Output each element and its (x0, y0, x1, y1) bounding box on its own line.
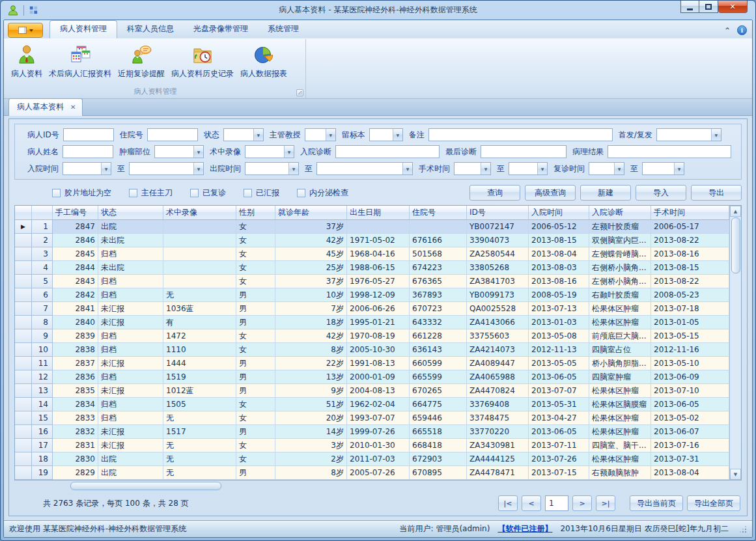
column-header-9[interactable]: 入院时间 (529, 206, 589, 219)
endocrine-exam-checkbox[interactable]: 内分泌检查 (297, 187, 348, 199)
row-selector-cell[interactable] (15, 384, 32, 398)
row-selector-cell[interactable] (15, 411, 32, 425)
doc-tab-patient-basic[interactable]: 病人基本资料 ✕ (8, 98, 83, 116)
table-row[interactable]: 162832未汇报1517男14岁1999-07-266655183377022… (15, 425, 729, 439)
column-header-11[interactable]: 手术时间 (651, 206, 729, 219)
chevron-down-icon[interactable]: ▼ (711, 129, 721, 141)
app-icon[interactable] (7, 5, 19, 16)
scroll-down-icon[interactable]: ▼ (730, 469, 741, 480)
row-selector-cell[interactable] (15, 316, 32, 329)
table-row[interactable]: 62842归档无男10岁1998-12-09367893YB0099173200… (15, 288, 729, 302)
table-row[interactable]: 112837未汇报1444男22岁1991-08-13660599ZA40894… (15, 357, 729, 370)
import-button[interactable]: 导入 (636, 185, 686, 201)
column-header-7[interactable]: 住院号 (410, 206, 467, 219)
row-selector-cell[interactable] (15, 247, 32, 261)
ribbon-collapse-icon[interactable]: ⌃ (724, 27, 731, 34)
first-or-recur-combo[interactable]: ▼ (656, 128, 721, 141)
revisited-checkbox[interactable]: 已复诊 (190, 187, 226, 199)
admission-diagnosis-input[interactable] (335, 145, 440, 158)
h-scroll-thumb[interactable] (70, 482, 221, 490)
row-selector-cell[interactable] (15, 275, 32, 288)
row-selector-cell[interactable] (15, 357, 32, 370)
patient-id-input[interactable] (63, 128, 114, 141)
row-selector-cell[interactable] (15, 466, 32, 480)
column-header-2[interactable]: 状态 (98, 206, 163, 219)
discharge-date-to-combo[interactable]: ▼ (316, 162, 413, 175)
v-scroll-thumb[interactable] (731, 217, 740, 273)
titlebar[interactable]: 病人基本资料 - 某某医院神经外科-神经外科数据管理系统 ✕ (3, 1, 753, 20)
column-header-6[interactable]: 出生日期 (347, 206, 410, 219)
patient-data-button[interactable]: 病人资料 (8, 41, 46, 81)
table-row[interactable]: ▶12847出院女37岁YB00721472006-05-12左额叶胶质瘤200… (15, 220, 729, 234)
pager-first-button[interactable]: |< (498, 495, 518, 511)
maximize-button[interactable] (699, 1, 718, 13)
chief-surgeon-checkbox[interactable]: 主任主刀 (129, 187, 173, 199)
export-current-page-button[interactable]: 导出当前页 (630, 495, 683, 511)
final-diagnosis-input[interactable] (481, 145, 567, 158)
h-scrollbar[interactable] (14, 482, 742, 491)
inpatient-no-input[interactable] (147, 128, 198, 141)
chevron-down-icon[interactable]: ▼ (614, 163, 624, 174)
table-row[interactable]: 72841未汇报1036蓝男7岁2006-06-26670723QA002552… (15, 302, 729, 316)
specimen-combo[interactable]: ▼ (369, 128, 403, 141)
status-combo[interactable]: ▼ (223, 128, 264, 141)
discharge-date-from-combo[interactable]: ▼ (245, 162, 299, 175)
row-selector-cell[interactable] (15, 439, 32, 452)
revisit-date-from-combo[interactable]: ▼ (589, 162, 624, 175)
table-row[interactable]: 142834归档1505女51岁1962-02-0466477533769408… (15, 398, 729, 411)
chevron-down-icon[interactable]: ▼ (402, 163, 412, 174)
table-row[interactable]: 32845归档女45岁1968-04-16501568ZA25805442013… (15, 247, 729, 261)
pager-last-button[interactable]: >| (596, 495, 615, 511)
table-row[interactable]: 42844未出院女25岁1988-06-15674223338052682013… (15, 261, 729, 275)
chevron-down-icon[interactable]: ▼ (284, 146, 294, 158)
row-selector-cell[interactable] (15, 425, 32, 439)
professor-combo[interactable]: ▼ (305, 128, 336, 141)
quick-access-icon[interactable] (29, 5, 38, 15)
row-selector-cell[interactable] (15, 398, 32, 411)
row-selector-cell[interactable] (15, 234, 32, 247)
row-selector-cell[interactable] (15, 302, 32, 316)
table-row[interactable]: 172831未汇报无女3岁2010-01-30668418ZA343098120… (15, 439, 729, 452)
pager-prev-button[interactable]: < (522, 495, 541, 511)
row-selector-cell[interactable] (15, 329, 32, 343)
chevron-down-icon[interactable]: ▼ (253, 129, 263, 141)
column-header-3[interactable]: 术中录像 (163, 206, 236, 219)
doc-tab-close-icon[interactable]: ✕ (70, 104, 76, 111)
surgery-date-to-combo[interactable]: ▼ (509, 162, 548, 175)
surgery-video-combo[interactable]: ▼ (245, 145, 294, 158)
table-row[interactable]: 132835未汇报1012蓝男9岁2004-08-13670265ZA44708… (15, 384, 729, 398)
export-button[interactable]: 导出 (691, 185, 742, 201)
table-row[interactable]: 82840未汇报有男18岁1995-01-21643332ZA414306620… (15, 316, 729, 329)
row-selector-cell[interactable] (15, 343, 32, 357)
pathology-result-input[interactable] (608, 145, 731, 158)
query-button[interactable]: 查询 (469, 185, 520, 201)
table-row[interactable]: 182830出院无女2岁2011-07-03672903ZA4444125201… (15, 452, 729, 466)
registered-link[interactable]: 【软件已注册】 (497, 523, 552, 534)
ribbon-tab-3[interactable]: 光盘录像带管理 (184, 20, 258, 38)
chevron-down-icon[interactable]: ▼ (101, 163, 111, 174)
postop-report-button[interactable]: 术后病人汇报资料 (46, 41, 115, 81)
row-selector-cell[interactable] (15, 370, 32, 384)
table-row[interactable]: 192829出院无男8岁2005-07-26670895ZA4478471201… (15, 466, 729, 480)
v-scrollbar[interactable]: ▲ ▼ (729, 206, 741, 480)
chevron-down-icon[interactable]: ▼ (326, 129, 335, 141)
data-report-button[interactable]: 病人数据报表 (237, 41, 290, 81)
remark-input[interactable] (428, 128, 613, 141)
help-info-icon[interactable]: i (737, 25, 747, 35)
column-header-10[interactable]: 入院诊断 (589, 206, 651, 219)
table-row[interactable]: 102838归档1110女8岁2005-10-30636143ZA4214073… (15, 343, 729, 357)
admission-date-from-combo[interactable]: ▼ (63, 162, 111, 175)
row-selector-cell[interactable] (15, 288, 32, 302)
app-menu-button[interactable] (8, 23, 43, 38)
row-selector-cell[interactable] (15, 261, 32, 275)
table-row[interactable]: 92839归档1472女42岁1970-08-19661228337556032… (15, 329, 729, 343)
tumor-site-combo[interactable]: ▼ (154, 145, 204, 158)
history-record-button[interactable]: 病人资料历史记录 (168, 41, 237, 81)
row-selector-cell[interactable]: ▶ (15, 220, 32, 234)
table-row[interactable]: 152833归档无女20岁1993-07-0765944633748475201… (15, 411, 729, 425)
resize-grip[interactable] (739, 525, 747, 533)
export-all-pages-button[interactable]: 导出全部页 (687, 495, 740, 511)
advanced-query-button[interactable]: 高级查询 (525, 185, 576, 201)
chevron-down-icon[interactable]: ▼ (193, 146, 203, 158)
admission-date-to-combo[interactable]: ▼ (129, 162, 204, 175)
